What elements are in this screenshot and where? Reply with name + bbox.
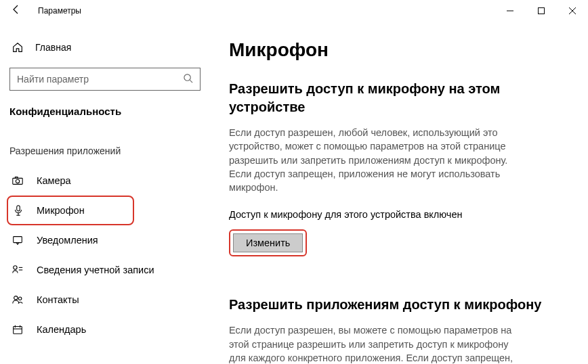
account-info-icon (11, 264, 24, 276)
sidebar-subsection-title: Разрешения приложений (9, 145, 201, 156)
maximize-button[interactable] (526, 0, 557, 22)
home-link[interactable]: Главная (9, 35, 201, 60)
sidebar: Главная Конфиденциальность Разрешения пр… (0, 22, 210, 364)
back-button[interactable] (5, 4, 27, 18)
content-area: Микрофон Разрешить доступ к микрофону на… (210, 22, 588, 364)
sidebar-item-camera[interactable]: Камера (9, 166, 201, 196)
nav-label: Камера (37, 175, 71, 186)
calendar-icon (11, 323, 24, 336)
nav-list: Камера Микрофон Уведомления Сведения уче… (9, 166, 201, 344)
page-title: Микрофон (229, 39, 561, 61)
home-icon (11, 41, 24, 53)
change-button-highlight: Изменить (229, 229, 307, 256)
svg-point-16 (14, 296, 18, 300)
svg-rect-9 (17, 206, 20, 211)
svg-point-17 (18, 297, 22, 300)
sidebar-item-microphone[interactable]: Микрофон (7, 196, 134, 225)
sidebar-item-calendar[interactable]: Календарь (9, 315, 201, 344)
home-label: Главная (35, 42, 71, 53)
nav-label: Уведомления (37, 235, 98, 246)
svg-rect-12 (14, 237, 22, 243)
nav-label: Сведения учетной записи (37, 265, 154, 275)
search-icon (183, 73, 193, 85)
contacts-icon (11, 294, 24, 306)
microphone-icon (12, 204, 24, 217)
section-app-access-title: Разрешить приложениям доступ к микрофону (229, 296, 561, 314)
svg-rect-18 (14, 327, 22, 334)
section-device-access-title: Разрешить доступ к микрофону на этом уст… (229, 80, 561, 116)
window-title: Параметры (38, 6, 81, 16)
section-device-access-body: Если доступ разрешен, любой человек, исп… (229, 126, 520, 194)
minimize-button[interactable] (495, 0, 526, 22)
nav-label: Календарь (37, 324, 86, 335)
search-box[interactable] (9, 68, 201, 91)
change-button[interactable]: Изменить (233, 233, 303, 252)
svg-rect-8 (15, 177, 18, 179)
camera-icon (11, 175, 24, 187)
nav-label: Микрофон (37, 205, 85, 216)
svg-line-5 (190, 80, 192, 83)
svg-point-7 (16, 179, 19, 183)
search-input[interactable] (17, 74, 183, 85)
svg-point-13 (14, 266, 17, 269)
nav-label: Контакты (37, 294, 79, 305)
svg-rect-1 (539, 8, 545, 14)
device-access-status: Доступ к микрофону для этого устройства … (229, 209, 561, 220)
notifications-icon (11, 234, 24, 246)
sidebar-section-title: Конфиденциальность (9, 106, 201, 117)
sidebar-item-notifications[interactable]: Уведомления (9, 225, 201, 255)
close-button[interactable] (557, 0, 588, 22)
titlebar: Параметры (0, 0, 588, 22)
sidebar-item-account-info[interactable]: Сведения учетной записи (9, 255, 201, 285)
section-app-access-body: Если доступ разрешен, вы можете с помощь… (229, 323, 520, 364)
sidebar-item-contacts[interactable]: Контакты (9, 285, 201, 315)
svg-point-4 (184, 74, 190, 81)
